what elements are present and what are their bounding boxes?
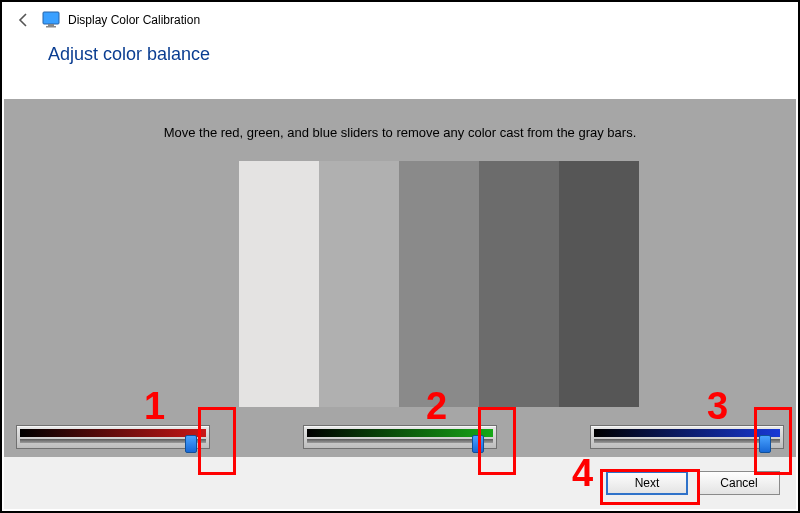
- header: Display Color Calibration Adjust color b…: [2, 2, 798, 97]
- window-frame: Display Color Calibration Adjust color b…: [0, 0, 800, 513]
- red-track: [20, 439, 206, 443]
- annotation-number-3: 3: [707, 385, 728, 428]
- instruction-text: Move the red, green, and blue sliders to…: [4, 99, 796, 140]
- gray-bar-4: [479, 161, 559, 407]
- annotation-number-2: 2: [426, 385, 447, 428]
- page-heading: Adjust color balance: [2, 34, 798, 77]
- annotation-number-4: 4: [572, 452, 593, 495]
- gray-bars: [239, 161, 639, 407]
- annotation-box-3: [754, 407, 792, 475]
- green-gradient-icon: [307, 429, 493, 437]
- sliders-row: [16, 425, 784, 449]
- red-gradient-icon: [20, 429, 206, 437]
- gray-bar-5: [559, 161, 639, 407]
- annotation-box-2: [478, 407, 516, 475]
- svg-rect-0: [43, 12, 59, 24]
- annotation-box-1: [198, 407, 236, 475]
- app-icon: [42, 11, 60, 29]
- annotation-number-1: 1: [144, 385, 165, 428]
- workzone: Move the red, green, and blue sliders to…: [4, 99, 796, 459]
- back-icon[interactable]: [14, 10, 34, 30]
- blue-track: [594, 439, 780, 443]
- red-slider[interactable]: [16, 425, 210, 449]
- green-slider[interactable]: [303, 425, 497, 449]
- svg-rect-2: [46, 26, 56, 28]
- gray-bar-2: [319, 161, 399, 407]
- gray-bar-3: [399, 161, 479, 407]
- svg-rect-1: [48, 24, 54, 26]
- blue-gradient-icon: [594, 429, 780, 437]
- title-bar: Display Color Calibration: [2, 2, 798, 34]
- green-track: [307, 439, 493, 443]
- window-title: Display Color Calibration: [68, 13, 200, 27]
- gray-bar-1: [239, 161, 319, 407]
- red-thumb[interactable]: [185, 435, 197, 453]
- annotation-box-4: [600, 469, 700, 505]
